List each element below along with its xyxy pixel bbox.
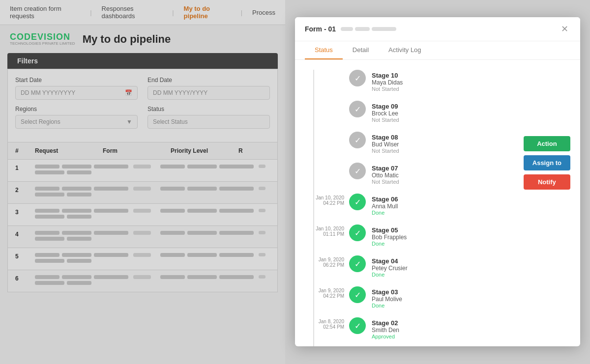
timeline-item: ✓ Stage 09 Brock Lee Not Started	[305, 101, 570, 123]
tl-content: Stage 05 Bob Frapples Done	[372, 224, 407, 247]
modal-tabs: Status Detail Activity Log	[295, 41, 580, 60]
tl-person: Maya Didas	[372, 79, 403, 86]
tl-person: Bud Wiser	[372, 141, 399, 148]
close-button[interactable]: ✕	[559, 23, 570, 35]
tl-status: Done	[372, 210, 398, 216]
tl-stage: Stage 05	[372, 226, 407, 234]
tl-stage: Stage 07	[372, 165, 399, 172]
tl-person: Anna Mull	[372, 203, 398, 210]
tl-date: Jan 9, 202004:22 PM	[305, 286, 349, 299]
timeline-item: Jan 10, 202001:11 PM ✓ Stage 05 Bob Frap…	[305, 224, 570, 247]
tl-date: Jan 9, 202006:22 PM	[305, 255, 349, 268]
tl-date: Jan 8, 202002:54 PM	[305, 317, 349, 330]
tab-status[interactable]: Status	[305, 41, 343, 59]
tl-icon: ✓	[349, 317, 366, 334]
tl-stage: Stage 06	[372, 196, 398, 203]
tl-stage: Stage 03	[372, 288, 402, 296]
tl-date: Jan 10, 202004:22 PM	[305, 194, 349, 206]
tl-content: Stage 02 Smith Den Approved	[372, 317, 399, 339]
tl-date-line1: Jan 10, 2020	[305, 226, 344, 231]
modal-title-area: Form - 01	[305, 25, 396, 33]
tl-date-line2: 04:22 PM	[305, 293, 344, 299]
tl-person: Smith Den	[372, 327, 399, 334]
tl-icon: ✓	[349, 286, 366, 303]
tl-date-line2: 04:22 PM	[305, 200, 344, 206]
tl-icon: ✓	[349, 101, 366, 117]
timeline-item: Jan 10, 202004:22 PM ✓ Stage 06 Anna Mul…	[305, 194, 570, 216]
modal-title: Form - 01	[305, 25, 336, 33]
timeline-item: ✓ Stage 10 Maya Didas Not Started	[305, 70, 570, 92]
tl-date	[305, 70, 349, 71]
tl-person: Brock Lee	[372, 110, 399, 117]
tl-content: Stage 04 Petey Crusier Done	[372, 255, 408, 278]
tl-stage: Stage 10	[372, 72, 403, 79]
tl-content: Stage 09 Brock Lee Not Started	[372, 101, 399, 123]
timeline-item: Jan 8, 202002:54 PM ✓ Stage 02 Smith Den…	[305, 317, 570, 339]
modal-header: Form - 01 ✕	[295, 17, 580, 41]
tl-status: Approved	[372, 334, 399, 339]
tl-status: Not Started	[372, 86, 403, 92]
tl-stage: Stage 08	[372, 134, 399, 141]
tl-status: Done	[372, 303, 402, 308]
tl-icon: ✓	[349, 194, 366, 210]
tl-icon: ✓	[349, 163, 366, 179]
tl-date-line2: 01:11 PM	[305, 231, 344, 237]
tl-date-line1: Jan 9, 2020	[305, 288, 344, 293]
tl-icon: ✓	[349, 132, 366, 148]
tl-content: Stage 10 Maya Didas Not Started	[372, 70, 403, 92]
timeline-item: ✓ Stage 08 Bud Wiser Not Started	[305, 132, 570, 154]
tl-status: Not Started	[372, 179, 399, 185]
tl-status: Done	[372, 272, 408, 278]
tl-icon: ✓	[349, 224, 366, 241]
tl-date	[305, 163, 349, 164]
progress-dot-1	[341, 27, 353, 31]
tl-icon: ✓	[349, 255, 366, 272]
tl-stage: Stage 09	[372, 103, 399, 110]
timeline-item: ✓ Stage 07 Otto Matic Not Started	[305, 163, 570, 185]
tl-date	[305, 132, 349, 133]
tl-date-line2: 06:22 PM	[305, 262, 344, 268]
tab-detail[interactable]: Detail	[343, 41, 379, 59]
tl-stage: Stage 02	[372, 319, 399, 327]
tl-person: Otto Matic	[372, 172, 399, 179]
tl-status: Not Started	[372, 148, 399, 154]
tl-content: Stage 03 Paul Molive Done	[372, 286, 402, 308]
modal-panel: Form - 01 ✕ Status Detail Activity Log ✓…	[295, 17, 580, 346]
tl-content: Stage 07 Otto Matic Not Started	[372, 163, 399, 185]
tl-person: Petey Crusier	[372, 265, 408, 272]
tl-person: Bob Frapples	[372, 234, 407, 241]
tab-activity-log[interactable]: Activity Log	[379, 41, 431, 59]
tl-date-line2: 02:54 PM	[305, 324, 344, 330]
tl-date: Jan 10, 202001:11 PM	[305, 224, 349, 237]
tl-status: Done	[372, 241, 407, 247]
progress-dot-3	[372, 27, 396, 31]
tl-date-line1: Jan 8, 2020	[305, 319, 344, 324]
modal-body: ✓ Stage 10 Maya Didas Not Started ✓ Stag…	[295, 60, 580, 346]
progress-dots	[341, 27, 396, 31]
timeline: ✓ Stage 10 Maya Didas Not Started ✓ Stag…	[305, 70, 570, 346]
tl-date	[305, 101, 349, 102]
tl-date-line1: Jan 9, 2020	[305, 257, 344, 262]
timeline-item: Jan 9, 202006:22 PM ✓ Stage 04 Petey Cru…	[305, 255, 570, 278]
tl-icon: ✓	[349, 70, 366, 86]
tl-stage: Stage 04	[372, 257, 408, 265]
tl-content: Stage 08 Bud Wiser Not Started	[372, 132, 399, 154]
tl-person: Paul Molive	[372, 296, 402, 303]
progress-dot-2	[355, 27, 370, 31]
tl-status: Not Started	[372, 117, 399, 123]
tl-date-line1: Jan 10, 2020	[305, 195, 344, 200]
timeline-item: Jan 9, 202004:22 PM ✓ Stage 03 Paul Moli…	[305, 286, 570, 308]
tl-content: Stage 06 Anna Mull Done	[372, 194, 398, 216]
